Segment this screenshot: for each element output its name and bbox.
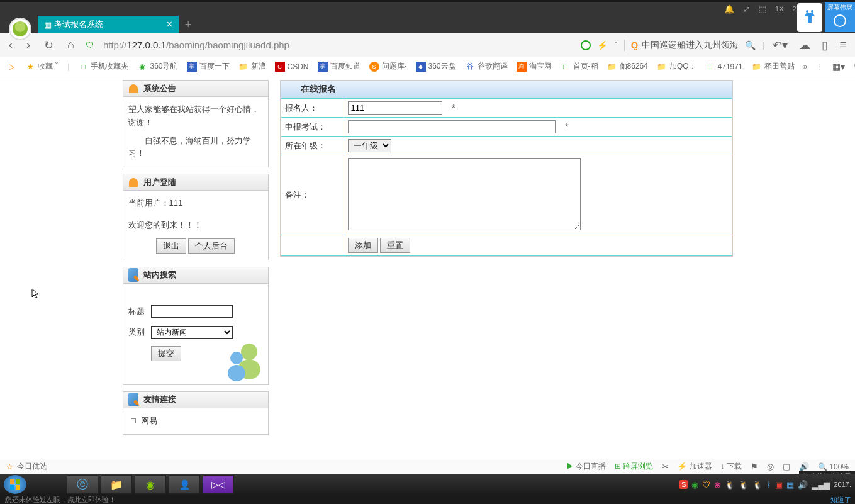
tray-icon[interactable]: ▣ <box>775 480 783 490</box>
input-name[interactable] <box>348 101 442 115</box>
url-bar[interactable]: http://127.0.0.1/baoming/baomingjiluadd.… <box>103 40 289 50</box>
taskbar-app[interactable]: 👤 <box>169 475 200 494</box>
tray-bluetooth[interactable]: ᚼ <box>766 480 771 490</box>
bookmark-item[interactable]: ◉360导航 <box>137 61 177 72</box>
logout-button[interactable]: 退出 <box>156 238 186 254</box>
bookmark-item[interactable]: 📁伽86264 <box>607 61 648 72</box>
bookmark-item[interactable]: 掌百度一下 <box>187 61 230 72</box>
status-zoom[interactable]: 🔍 100% <box>818 462 849 471</box>
chevron-down-icon[interactable]: ˅ <box>614 41 618 50</box>
status-cross[interactable]: ⊞ 跨屏浏览 <box>615 461 653 472</box>
bookmark-item[interactable]: 📁稻田善贴 <box>752 61 795 72</box>
brand-logo[interactable] <box>797 3 822 32</box>
svg-point-4 <box>230 352 243 364</box>
box-icon[interactable]: ⬚ <box>759 4 766 14</box>
search-icon[interactable]: 🔍 <box>745 40 756 50</box>
home-button[interactable]: ⌂ <box>65 38 77 52</box>
close-icon[interactable]: × <box>167 19 172 30</box>
status-today[interactable]: 今日优选 <box>17 461 47 472</box>
bookmark-item[interactable]: □首页-稻 <box>561 61 598 72</box>
sphere-icon[interactable]: ◎ <box>767 462 774 471</box>
search-title-input[interactable] <box>151 305 233 318</box>
tray-qq[interactable]: 🐧 <box>725 480 735 490</box>
input-exam[interactable] <box>348 120 556 133</box>
mobile-icon[interactable]: ▯ <box>819 38 830 52</box>
menu-icon[interactable]: ≡ <box>837 38 849 52</box>
search-cat-select[interactable]: 站内新闻 <box>151 326 233 339</box>
bookmark-item[interactable]: 掌百度知道 <box>318 61 360 72</box>
browser-tab-active[interactable]: ▦ 考试报名系统 × <box>38 16 179 33</box>
search-title-label: 标题 <box>128 305 147 318</box>
tray-qq[interactable]: 🐧 <box>752 480 763 490</box>
reset-button[interactable]: 重置 <box>380 238 410 253</box>
bookmark-item[interactable]: 📁加QQ： <box>657 61 696 72</box>
search-submit-button[interactable]: 提交 <box>151 346 181 361</box>
status-accel[interactable]: ⚡ 加速器 <box>678 461 712 472</box>
bottom-tip[interactable]: 您还未体验过左眼，点此立即体验！ <box>5 495 116 505</box>
tray-icon[interactable]: ▦ <box>786 480 794 490</box>
announce-text: 自强不息，海纳百川，努力学习！ <box>128 135 263 161</box>
status-live[interactable]: ▶ 今日直播 <box>566 461 606 472</box>
search-box[interactable]: О̤ 中国巡逻船进入九州领海 <box>624 40 739 51</box>
bookmark-item[interactable]: S问题库- <box>369 61 407 72</box>
tray-icon[interactable]: ◉ <box>691 480 698 490</box>
sync-icon[interactable] <box>581 40 591 50</box>
status-download[interactable]: ↓ 下载 <box>721 461 742 472</box>
select-grade[interactable]: 一年级 <box>348 139 391 152</box>
bookmark-item[interactable]: 📁新浪 <box>238 61 266 72</box>
bookmark-item[interactable]: □手机收藏夹 <box>78 61 128 72</box>
bookmark-item[interactable]: ◆360云盘 <box>416 61 456 72</box>
label-grade: 所在年级： <box>281 137 344 155</box>
tray-sound[interactable]: 🔊 <box>798 480 808 490</box>
taskbar-explorer[interactable]: 📁 <box>101 475 132 494</box>
textarea-note[interactable] <box>348 158 581 230</box>
extensions-icon[interactable]: ▦▾ <box>832 62 845 72</box>
admin-button[interactable]: 个人后台 <box>188 238 235 254</box>
undo-icon[interactable]: ↶▾ <box>770 38 790 52</box>
cloud-icon[interactable]: ☁ <box>796 38 813 52</box>
panel-login: 用户登陆 当前用户：111 欢迎您的到来！！！ 退出 个人后台 <box>123 174 269 260</box>
svg-rect-7 <box>16 479 20 484</box>
bell-icon[interactable]: 🔔 <box>724 4 734 14</box>
tray-wifi[interactable]: ▂▄▆ <box>812 480 830 490</box>
taskbar-ie[interactable]: ⓔ <box>67 475 98 494</box>
label-note: 备注： <box>281 155 344 235</box>
tray-icon[interactable]: 🛡 <box>702 480 710 490</box>
bookmark-favorites[interactable]: ★收藏 ˅ <box>25 61 59 72</box>
shield-icon[interactable]: 🛡 <box>86 40 94 50</box>
side-widget[interactable]: 屏幕伟展 <box>825 2 855 32</box>
forward-button[interactable]: › <box>24 38 33 52</box>
tray-icon[interactable]: ❀ <box>714 480 721 490</box>
flag-icon[interactable]: ⚑ <box>751 462 758 471</box>
bolt-icon[interactable]: ⚡ <box>597 40 608 50</box>
profile-avatar[interactable] <box>9 18 31 40</box>
window-icon[interactable]: ▢ <box>783 462 790 471</box>
new-tab-button[interactable]: + <box>185 16 192 33</box>
svg-point-2 <box>241 344 257 360</box>
bookmark-overflow[interactable]: » <box>803 62 808 71</box>
current-user-label: 当前用户： <box>128 198 169 208</box>
taskbar-app[interactable]: ◉ <box>135 475 166 494</box>
add-button[interactable]: 添加 <box>348 238 378 253</box>
bookmark-item[interactable]: 淘淘宝网 <box>517 61 552 72</box>
svg-point-5 <box>228 365 245 381</box>
tab-title: 考试报名系统 <box>54 19 103 30</box>
reload-button[interactable]: ↻ <box>42 38 56 52</box>
sound-icon[interactable]: 🔊 <box>799 462 809 471</box>
bookmark-item[interactable]: 谷谷歌翻译 <box>465 61 508 72</box>
tray-time[interactable]: 2017. <box>834 481 851 488</box>
bookmark-item[interactable]: ▷ <box>6 62 16 72</box>
link-item[interactable]: 网易 <box>131 415 260 428</box>
panel-title: 系统公告 <box>143 83 176 94</box>
tray-sogou[interactable]: S <box>679 480 688 489</box>
expand-icon[interactable]: ⤢ <box>743 4 750 14</box>
back-button[interactable]: ‹ <box>6 38 15 52</box>
zoom-1x[interactable]: 1X <box>775 5 783 13</box>
tray-qq[interactable]: 🐧 <box>739 480 749 490</box>
taskbar-vs[interactable]: ▷◁ <box>203 475 234 494</box>
bookmark-item[interactable]: □471971 <box>705 62 743 72</box>
start-button[interactable] <box>4 475 26 494</box>
bookmark-item[interactable]: CCSDN <box>275 62 309 72</box>
know-link[interactable]: 知道了 <box>830 495 851 505</box>
scissors-icon[interactable]: ✂ <box>662 462 669 471</box>
